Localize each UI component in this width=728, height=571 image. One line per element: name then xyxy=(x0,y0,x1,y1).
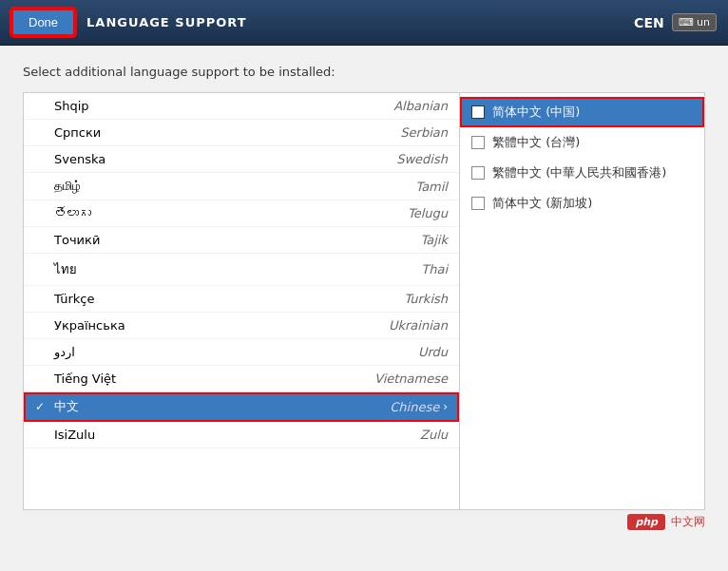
keyboard-icon[interactable]: ⌨ un xyxy=(672,13,717,31)
sublanguage-checkbox[interactable] xyxy=(471,136,485,149)
sublanguage-label: 简体中文 (新加坡) xyxy=(492,195,592,212)
sublanguage-item[interactable]: 繁體中文 (台灣) xyxy=(460,127,704,158)
language-english-name: Chinese xyxy=(247,400,440,414)
language-native-name: ไทย xyxy=(54,259,251,279)
language-native-name: Tiếng Việt xyxy=(54,371,251,386)
language-english-name: Telugu xyxy=(251,206,448,220)
panels-wrapper: ShqipAlbanianСрпскиSerbianSvenskaSwedish… xyxy=(23,92,705,530)
language-native-name: Українська xyxy=(54,318,251,333)
language-arrow-icon: › xyxy=(443,400,448,413)
language-english-name: Albanian xyxy=(251,99,448,113)
section-label: Select additional language support to be… xyxy=(23,65,705,79)
language-list-item[interactable]: ТочикӣTajik xyxy=(24,227,459,254)
language-list-item[interactable]: ✓中文Chinese› xyxy=(24,392,459,422)
language-list-item[interactable]: УкраїнськаUkrainian xyxy=(24,313,459,339)
language-list-item[interactable]: SvenskaSwedish xyxy=(24,146,459,173)
language-list-item[interactable]: Tiếng ViệtVietnamese xyxy=(24,366,459,392)
sublanguage-item[interactable]: ✓简体中文 (中国) xyxy=(460,97,704,127)
sublanguage-label: 繁體中文 (台灣) xyxy=(492,134,580,151)
titlebar: Done LANGUAGE SUPPORT CEN ⌨ un xyxy=(0,0,728,46)
main-content: Select additional language support to be… xyxy=(0,46,728,571)
language-list-item[interactable]: ShqipAlbanian xyxy=(24,93,459,120)
language-list-item[interactable]: ไทยThai xyxy=(24,254,459,286)
php-badge: php xyxy=(627,514,665,530)
language-native-name: Точикӣ xyxy=(54,233,251,247)
language-native-name: IsiZulu xyxy=(54,428,251,442)
language-native-name: 中文 xyxy=(54,398,247,415)
language-native-name: తెలుగు xyxy=(54,206,251,220)
language-english-name: Zulu xyxy=(251,428,448,442)
language-list-item[interactable]: TürkçeTurkish xyxy=(24,286,459,313)
language-english-name: Serbian xyxy=(251,125,448,140)
sublanguage-label: 繁體中文 (中華人民共和國香港) xyxy=(492,164,666,181)
language-english-name: Ukrainian xyxy=(251,318,448,333)
bottom-badge: php 中文网 xyxy=(23,514,705,530)
language-native-name: اردو xyxy=(54,345,251,359)
language-list-item[interactable]: தமிழ்Tamil xyxy=(24,173,459,200)
titlebar-left: Done LANGUAGE SUPPORT xyxy=(11,9,247,36)
language-english-name: Turkish xyxy=(251,292,448,306)
cen-label: CEN xyxy=(634,15,664,30)
panels: ShqipAlbanianСрпскиSerbianSvenskaSwedish… xyxy=(23,92,705,510)
site-label: 中文网 xyxy=(671,514,705,530)
sublanguage-panel[interactable]: ✓简体中文 (中国)繁體中文 (台灣)繁體中文 (中華人民共和國香港)简体中文 … xyxy=(460,92,705,510)
language-native-name: Shqip xyxy=(54,99,251,113)
sublanguage-item[interactable]: 繁體中文 (中華人民共和國香港) xyxy=(460,158,704,188)
language-english-name: Thai xyxy=(251,262,448,276)
sublanguage-checkbox[interactable]: ✓ xyxy=(471,105,485,119)
language-english-name: Tamil xyxy=(251,180,448,194)
language-list-item[interactable]: اردوUrdu xyxy=(24,339,459,366)
language-english-name: Urdu xyxy=(251,345,448,359)
language-native-name: தமிழ் xyxy=(54,179,251,194)
app-title: LANGUAGE SUPPORT xyxy=(86,15,247,29)
language-list-item[interactable]: IsiZuluZulu xyxy=(24,422,459,448)
titlebar-right: CEN ⌨ un xyxy=(634,13,717,31)
language-english-name: Vietnamese xyxy=(251,371,448,386)
language-list-item[interactable]: СрпскиSerbian xyxy=(24,120,459,146)
done-button[interactable]: Done xyxy=(11,9,75,36)
language-list-panel[interactable]: ShqipAlbanianСрпскиSerbianSvenskaSwedish… xyxy=(23,92,460,510)
language-check-mark: ✓ xyxy=(35,400,50,413)
sublanguage-checkbox[interactable] xyxy=(471,197,485,210)
language-native-name: Српски xyxy=(54,125,251,140)
language-list-item[interactable]: తెలుగుTelugu xyxy=(24,200,459,227)
language-english-name: Swedish xyxy=(251,152,448,166)
language-native-name: Svenska xyxy=(54,152,251,166)
sublanguage-label: 简体中文 (中国) xyxy=(492,104,580,121)
language-english-name: Tajik xyxy=(251,233,448,247)
language-native-name: Türkçe xyxy=(54,292,251,306)
sublanguage-item[interactable]: 简体中文 (新加坡) xyxy=(460,188,704,219)
sublanguage-checkbox[interactable] xyxy=(471,166,485,180)
